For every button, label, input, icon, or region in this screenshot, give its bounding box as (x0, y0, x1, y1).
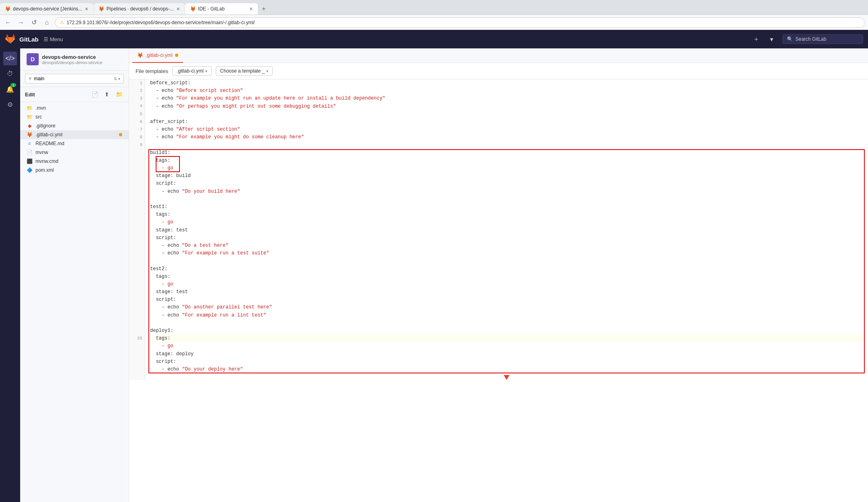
code-line-31: - echo "For example run a lint test" (150, 312, 863, 319)
code-line-3: - echo "For example you might run an upd… (150, 95, 863, 102)
code-line-14: script: (150, 180, 863, 187)
ln-25 (131, 265, 142, 273)
tab-1[interactable]: 🦊 devops-demo-service [Jenkins... ✕ (0, 3, 93, 15)
ln-30 (131, 304, 142, 311)
forward-button[interactable]: → (16, 18, 26, 27)
choose-template-select[interactable]: Choose a template _ ▾ (216, 66, 273, 76)
ln-5: 5 (131, 110, 142, 118)
file-item-mvnw-cmd[interactable]: ⬛ mvnw.cmd (20, 157, 129, 166)
code-line-19: - go (150, 219, 863, 226)
ln-24 (131, 257, 142, 265)
editor-area: 🦊 .gitlab-ci.yml File templates .gitlab-… (129, 48, 868, 502)
ln-37 (131, 358, 142, 366)
file-item-src[interactable]: 📁 src (20, 112, 129, 121)
edit-actions: 📄 ⬆ 📁 (90, 90, 124, 99)
ln-18 (131, 211, 142, 219)
search-box[interactable]: 🔍 Search GitLab (782, 34, 863, 44)
address-input[interactable]: ⚠ 172.29.9.101:8076/-/ide/project/devops… (55, 17, 865, 28)
new-tab-button[interactable]: + (258, 3, 269, 15)
ln-23 (131, 250, 142, 257)
tab-3-favicon: 🦊 (190, 6, 196, 12)
ln-36 (131, 350, 142, 358)
code-line-15: - echo "Do your build here" (150, 188, 863, 196)
chevron-down-button[interactable]: ▾ (766, 33, 778, 45)
tab-3[interactable]: 🦊 IDE - GitLab ✕ (185, 3, 258, 15)
file-item-mvnw[interactable]: 📄 mvnw (20, 148, 129, 157)
code-line-20: stage: test (150, 227, 863, 234)
file-tab-name: .gitlab-ci.yml (146, 52, 173, 58)
back-button[interactable]: ← (3, 18, 13, 27)
project-name: devops-demo-service (42, 54, 102, 60)
file-name-src: src (35, 114, 42, 120)
file-item-gitignore[interactable]: ◆ .gitignore (20, 121, 129, 130)
code-line-38: - echo "Do your deploy here" (150, 366, 863, 373)
lock-icon: ⚠ (60, 20, 64, 25)
tab-1-close[interactable]: ✕ (85, 6, 88, 12)
ln-32 (131, 319, 142, 327)
project-text: devops-demo-service devops6/devops-demo-… (42, 54, 102, 65)
code-line-26: tags: (150, 273, 863, 281)
sidebar-icon-settings[interactable]: ⚙ (3, 98, 17, 111)
sidebar-icon-ci[interactable]: ⏱ (3, 67, 17, 81)
project-path: devops6/devops-demo-service (42, 60, 102, 65)
sidebar-icon-code[interactable]: </> (3, 52, 17, 65)
gitlab-logo[interactable]: GitLab (5, 33, 39, 45)
template-type-select[interactable]: .gitlab-ci.yml ▾ (172, 66, 212, 76)
ln-8: 8 (131, 133, 142, 141)
new-file-button[interactable]: 📄 (90, 90, 100, 99)
code-icon: </> (5, 55, 15, 62)
reload-button[interactable]: ↺ (29, 18, 39, 27)
ln-2: 2 (131, 87, 142, 95)
code-line-36: stage: deploy (150, 350, 863, 358)
project-header: D devops-demo-service devops6/devops-dem… (20, 48, 129, 71)
sidebar-icon-notifications[interactable]: 🔔 1 (3, 82, 17, 96)
gitlab-app: GitLab ☰ Menu ＋ ▾ 🔍 Search GitLab </> ⏱ … (0, 30, 868, 502)
edit-label: Edit (25, 92, 35, 98)
file-item-pom[interactable]: 🔷 pom.xml (20, 166, 129, 175)
choose-template-arrow: ▾ (266, 69, 268, 73)
code-line-4: - echo "Or perhaps you might print out s… (150, 103, 863, 110)
tab-3-close[interactable]: ✕ (249, 6, 253, 12)
file-item-mvn[interactable]: 📁 .mvn (20, 104, 129, 112)
code-line-28: stage: test (150, 288, 863, 296)
code-content: 1 2 3 4 5 6 7 8 9 (129, 79, 868, 380)
code-line-29: script: (150, 296, 863, 304)
gitlab-text: GitLab (19, 36, 39, 43)
unsaved-dot (175, 54, 178, 57)
code-line-5 (150, 110, 863, 118)
branch-button[interactable]: ⑂ main ⇅ ▾ (25, 74, 124, 83)
search-icon: 🔍 (787, 36, 793, 42)
ln-9: 9 (131, 142, 142, 149)
code-line-27: - go (150, 281, 863, 288)
modified-dot (119, 133, 122, 136)
plus-icon-button[interactable]: ＋ (750, 33, 762, 45)
code-line-2: - echo "Before script section" (150, 87, 863, 95)
code-lines: before_script: - echo "Before script sec… (145, 79, 868, 380)
tab-2[interactable]: 🦊 Pipelines · devops6 / devops-... ✕ (94, 3, 185, 15)
gitlab-logo-icon (5, 33, 16, 45)
code-line-18: tags: (150, 211, 863, 219)
branch-name: main (34, 76, 44, 81)
file-item-readme[interactable]: ≡ README.md (20, 139, 129, 148)
menu-icon: ☰ (44, 36, 48, 42)
menu-button[interactable]: ☰ Menu (44, 36, 63, 42)
code-line-6: after_script: (150, 118, 863, 126)
ln-26 (131, 273, 142, 281)
code-editor[interactable]: 1 2 3 4 5 6 7 8 9 (129, 79, 868, 502)
tab-1-favicon: 🦊 (5, 6, 10, 12)
upload-button[interactable]: ⬆ (102, 90, 112, 99)
file-name-gitlab-ci: .gitlab-ci.yml (35, 132, 63, 137)
code-line-17: test1: (150, 203, 863, 211)
gitlab-ci-icon: 🦊 (27, 132, 32, 137)
ln-6: 6 (131, 118, 142, 126)
file-tab-gitlab-ci[interactable]: 🦊 .gitlab-ci.yml (132, 48, 183, 63)
file-name-mvn: .mvn (35, 105, 46, 111)
template-type-arrow: ▾ (205, 69, 207, 73)
readme-icon: ≡ (27, 141, 32, 146)
code-line-23: - echo "For example run a test suite" (150, 250, 863, 257)
new-folder-button[interactable]: 📁 (114, 90, 124, 99)
ln-14 (131, 180, 142, 187)
file-item-gitlab-ci[interactable]: 🦊 .gitlab-ci.yml (20, 130, 129, 139)
home-button[interactable]: ⌂ (42, 18, 52, 27)
tab-2-close[interactable]: ✕ (176, 6, 180, 12)
